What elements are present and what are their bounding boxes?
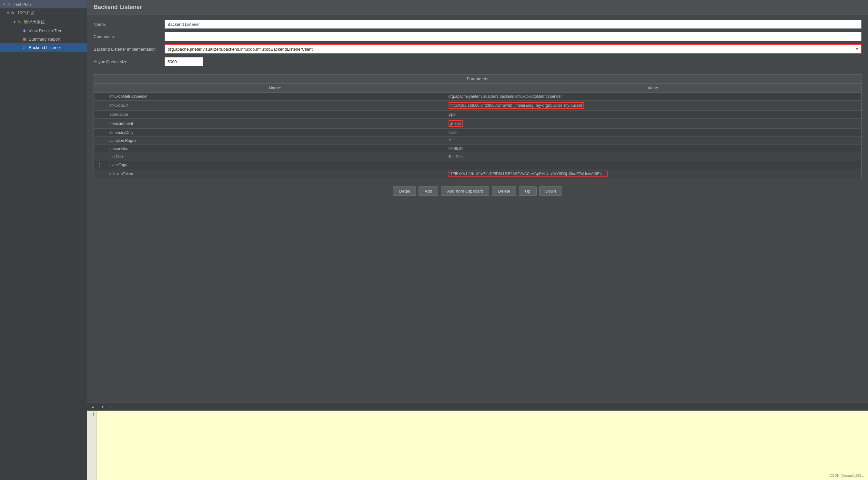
param-value-cell: false: [445, 129, 861, 137]
name-label: Name:: [94, 22, 164, 27]
params-tbody: influxdbMetricsSenderorg.apache.jmeter.v…: [94, 93, 861, 179]
action-buttons: Detail Add Add from Clipboard Delete Up …: [87, 183, 868, 200]
param-name-cell: influxdbMetricsSender: [105, 93, 445, 101]
table-row[interactable]: measurementjmeter: [94, 119, 861, 129]
col-name-header: Name:: [105, 84, 445, 93]
impl-select-wrapper: org.apache.jmeter.visualizers.backend.in…: [164, 44, 862, 54]
sidebar-item-test-plan[interactable]: ▼△Test Plan: [0, 0, 87, 8]
table-row[interactable]: samplersRegex.*: [94, 137, 861, 145]
add-from-clipboard-button[interactable]: Add from Clipboard: [441, 187, 489, 196]
sidebar-label-test-plan: Test Plan: [13, 2, 31, 7]
drag-handle: [94, 119, 105, 129]
drag-handle: [94, 137, 105, 145]
col-value-header: Value: [445, 84, 861, 93]
sidebar-label-summary-report: Summary Report: [29, 37, 60, 42]
async-label: Async Queue size: [94, 59, 164, 64]
drag-handle: ⋮: [94, 161, 105, 169]
param-value-cell: yipin: [445, 110, 861, 119]
name-input[interactable]: [164, 20, 862, 29]
sidebar-item-backend-listener[interactable]: ⬡Backend Listener: [0, 43, 87, 52]
table-row[interactable]: applicationyipin: [94, 110, 861, 119]
sidebar-item-summary-report[interactable]: ▦Summary Report: [0, 35, 87, 43]
parameters-table: Name: Value influxdbMetricsSenderorg.apa…: [94, 84, 861, 179]
sidebar: ▼△Test Plan▼⚙10个并发▼✎请求天眼位◉View Results T…: [0, 0, 87, 480]
impl-select[interactable]: org.apache.jmeter.visualizers.backend.in…: [164, 44, 862, 54]
impl-label: Backend Listener implementation: [94, 47, 164, 52]
drag-handle: [94, 101, 105, 110]
param-name-cell: influxdbUrl: [105, 101, 445, 110]
parameters-title: Parameters: [94, 74, 861, 84]
backend-listener-panel: Backend Listener Name: Comments: Backend…: [87, 0, 868, 403]
sidebar-item-view-results-tree[interactable]: ◉View Results Tree: [0, 27, 87, 35]
drag-handle: [94, 153, 105, 161]
comments-input[interactable]: [164, 32, 862, 41]
eye-icon: ◉: [22, 28, 27, 33]
param-value-cell: 90;95;99: [445, 145, 861, 153]
table-row[interactable]: ⋮eventTags: [94, 161, 861, 169]
param-value-cell: TestTitle: [445, 153, 861, 161]
drag-handle: [94, 169, 105, 179]
param-name-cell: percentiles: [105, 145, 445, 153]
param-value-cell: org.apache.jmeter.visualizers.backend.in…: [445, 93, 861, 101]
highlighted-value: jmeter: [448, 120, 463, 127]
async-input[interactable]: [164, 57, 203, 66]
up-button[interactable]: Up: [519, 187, 537, 196]
param-value-cell: 7FIFxXV1LVKu21o7fmDFID6LLBB9A92VVACeAApB…: [445, 169, 861, 179]
param-value-cell: [445, 161, 861, 169]
param-value-cell: .*: [445, 137, 861, 145]
highlighted-value: http://192.168.60.242:8086/write?db=jmet…: [448, 102, 584, 109]
param-value-cell: jmeter: [445, 119, 861, 129]
code-editor[interactable]: [97, 411, 868, 480]
editor-content: 1: [87, 411, 868, 480]
table-row[interactable]: testTitleTestTitle: [94, 153, 861, 161]
comments-label: Comments:: [94, 34, 164, 39]
drag-handle: [94, 110, 105, 119]
table-row[interactable]: percentiles90;95;99: [94, 145, 861, 153]
parameters-section: Parameters Name: Value influxdbMetricsSe…: [94, 74, 862, 179]
async-row: Async Queue size: [94, 57, 862, 66]
drag-handle: [94, 129, 105, 137]
expand-arrow-request: ▼: [13, 20, 16, 24]
param-name-cell: influxdbToken: [105, 169, 445, 179]
name-row: Name:: [94, 20, 862, 29]
backend-icon: ⬡: [22, 45, 27, 50]
pencil-icon: ✎: [17, 19, 22, 25]
editor-down-btn[interactable]: ▼: [99, 404, 106, 410]
detail-button[interactable]: Detail: [393, 187, 416, 196]
drag-handle: [94, 93, 105, 101]
param-name-cell: eventTags: [105, 161, 445, 169]
table-row[interactable]: influxdbUrlhttp://192.168.60.242:8086/wr…: [94, 101, 861, 110]
add-button[interactable]: Add: [418, 187, 438, 196]
drag-handle: [94, 145, 105, 153]
watermark: CSDN @usually199...: [830, 474, 864, 477]
down-button[interactable]: Down: [539, 187, 562, 196]
param-name-cell: measurement: [105, 119, 445, 129]
col-drag: [94, 84, 105, 93]
delete-button[interactable]: Delete: [492, 187, 516, 196]
expand-arrow-concurrent: ▼: [6, 11, 10, 15]
comments-row: Comments:: [94, 32, 862, 41]
table-row[interactable]: influxdbToken7FIFxXV1LVKu21o7fmDFID6LLBB…: [94, 169, 861, 179]
line-number-1: 1: [89, 412, 95, 416]
param-name-cell: samplersRegex: [105, 137, 445, 145]
param-name-cell: application: [105, 110, 445, 119]
panel-title: Backend Listener: [87, 0, 868, 15]
param-name-cell: summaryOnly: [105, 129, 445, 137]
editor-dots: ...: [109, 404, 113, 409]
param-name-cell: testTitle: [105, 153, 445, 161]
editor-toolbar: ▲ ▼ ...: [87, 403, 868, 411]
editor-up-btn[interactable]: ▲: [90, 404, 96, 410]
impl-row: Backend Listener implementation org.apac…: [94, 44, 862, 54]
table-row[interactable]: summaryOnlyfalse: [94, 129, 861, 137]
table-row[interactable]: influxdbMetricsSenderorg.apache.jmeter.v…: [94, 93, 861, 101]
sidebar-item-request[interactable]: ▼✎请求天眼位: [0, 18, 87, 27]
testplan-icon: △: [6, 2, 11, 7]
chart-icon: ▦: [22, 36, 27, 42]
expand-arrow-test-plan: ▼: [3, 3, 6, 6]
sidebar-label-view-results-tree: View Results Tree: [29, 28, 63, 33]
sidebar-label-concurrent: 10个并发: [18, 10, 34, 16]
highlighted-value: 7FIFxXV1LVKu21o7fmDFID6LLBB9A92VVACeAApB…: [448, 171, 608, 177]
sidebar-label-request: 请求天眼位: [24, 19, 45, 25]
sidebar-item-concurrent[interactable]: ▼⚙10个并发: [0, 8, 87, 18]
form-section: Name: Comments: Backend Listener impleme…: [87, 15, 868, 74]
